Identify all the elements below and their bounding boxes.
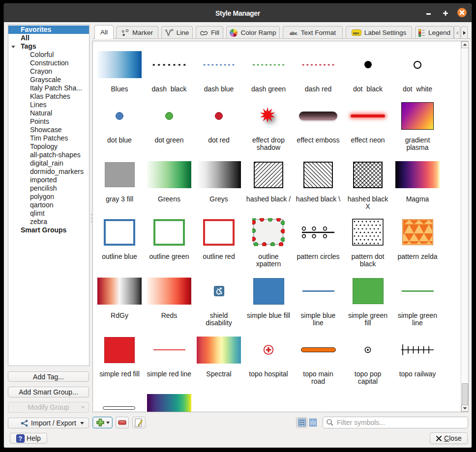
svg-text:?: ? <box>19 435 22 442</box>
svg-text:abc: abc <box>290 30 298 35</box>
svg-text:abc: abc <box>353 31 359 35</box>
